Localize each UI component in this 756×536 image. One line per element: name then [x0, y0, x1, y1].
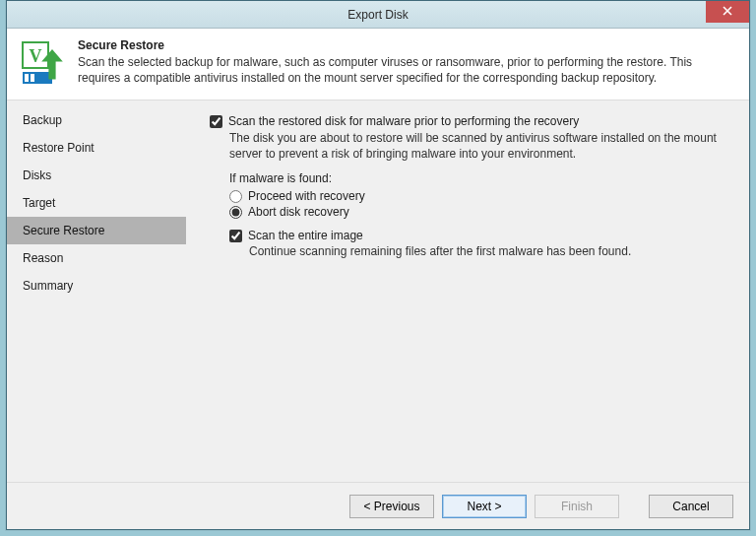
sidebar-item-backup[interactable]: Backup	[7, 106, 186, 134]
scan-entire-checkbox[interactable]	[229, 230, 242, 242]
sidebar-item-label: Secure Restore	[23, 224, 104, 237]
scan-enable-label: Scan the restored disk for malware prior…	[228, 114, 579, 128]
header-text: Secure Restore Scan the selected backup …	[78, 38, 735, 88]
wizard-header: V Secure Restore Scan the selected backu…	[7, 29, 749, 100]
next-button[interactable]: Next >	[442, 495, 527, 518]
proceed-recovery-label: Proceed with recovery	[248, 189, 365, 203]
sidebar-item-label: Target	[23, 196, 55, 210]
close-icon	[723, 6, 732, 16]
svg-rect-6	[31, 74, 34, 82]
proceed-recovery-radio[interactable]	[229, 190, 242, 203]
wizard-body: Backup Restore Point Disks Target Secure…	[7, 100, 749, 483]
finish-button[interactable]: Finish	[535, 495, 619, 518]
sidebar-item-reason[interactable]: Reason	[7, 244, 186, 272]
sidebar-item-label: Reason	[23, 251, 63, 265]
scan-enable-description: The disk you are about to restore will b…	[229, 130, 729, 162]
previous-button[interactable]: < Previous	[349, 495, 434, 518]
malware-found-label: If malware is found:	[229, 171, 729, 185]
wizard-footer: < Previous Next > Finish Cancel	[7, 482, 749, 529]
secure-restore-icon: V	[21, 40, 68, 88]
sidebar-item-label: Backup	[23, 113, 62, 127]
sidebar-item-label: Summary	[23, 279, 73, 293]
cancel-button[interactable]: Cancel	[649, 495, 733, 518]
wizard-steps-sidebar: Backup Restore Point Disks Target Secure…	[7, 100, 186, 483]
sidebar-item-summary[interactable]: Summary	[7, 272, 186, 300]
sidebar-item-target[interactable]: Target	[7, 189, 186, 217]
scan-entire-label: Scan the entire image	[248, 229, 363, 242]
svg-rect-5	[25, 74, 29, 82]
header-title: Secure Restore	[78, 38, 735, 52]
scan-enable-checkbox[interactable]	[210, 115, 222, 128]
title-bar: Export Disk	[7, 1, 749, 29]
sidebar-item-disks[interactable]: Disks	[7, 162, 186, 189]
dialog-window: Export Disk V Secure Restore Scan the se…	[6, 0, 750, 530]
wizard-content: Scan the restored disk for malware prior…	[186, 100, 749, 483]
header-subtitle: Scan the selected backup for malware, su…	[78, 54, 735, 86]
svg-text:V: V	[30, 46, 42, 66]
sidebar-item-label: Restore Point	[23, 141, 94, 155]
abort-recovery-radio[interactable]	[229, 206, 242, 219]
scan-entire-description: Continue scanning remaining files after …	[249, 244, 729, 258]
sidebar-item-secure-restore[interactable]: Secure Restore	[7, 217, 186, 244]
abort-recovery-label: Abort disk recovery	[248, 205, 349, 219]
window-title: Export Disk	[7, 1, 749, 29]
sidebar-item-restore-point[interactable]: Restore Point	[7, 134, 186, 162]
close-button[interactable]	[706, 1, 749, 23]
sidebar-item-label: Disks	[23, 168, 51, 182]
